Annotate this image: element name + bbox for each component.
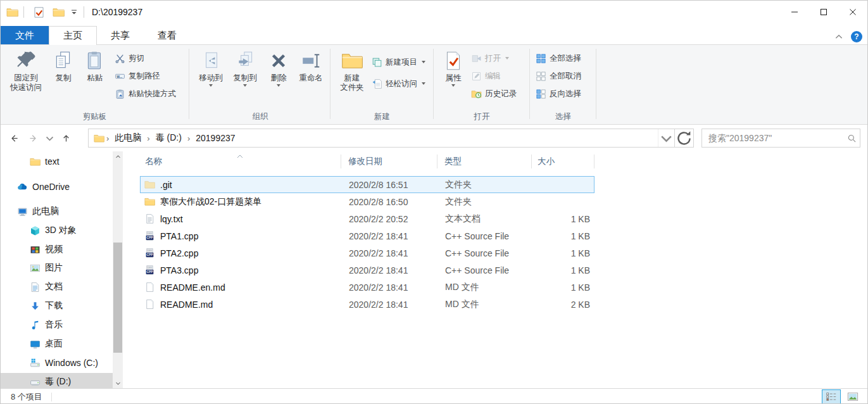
minimize-button[interactable] bbox=[780, 1, 809, 23]
edit-button[interactable]: 编辑 bbox=[471, 68, 517, 84]
up-icon[interactable] bbox=[56, 129, 75, 148]
open-group-label: 打开 bbox=[434, 111, 529, 122]
open-button[interactable]: 打开 bbox=[471, 50, 517, 66]
column-header-type[interactable]: 类型 bbox=[437, 151, 531, 172]
recent-locations-icon[interactable] bbox=[42, 129, 56, 148]
close-button[interactable] bbox=[838, 1, 867, 23]
sidebar-item-text[interactable]: text bbox=[1, 153, 113, 170]
new-item-button[interactable]: 新建项目 bbox=[372, 54, 425, 70]
quick-access-new-folder-icon[interactable] bbox=[53, 6, 65, 18]
breadcrumb-item[interactable]: 毒 (D:) bbox=[152, 132, 186, 144]
sidebar-item--[interactable]: 桌面 bbox=[1, 335, 113, 353]
delete-button[interactable]: 删除 bbox=[264, 47, 293, 87]
quick-access-customize-icon[interactable] bbox=[70, 8, 79, 16]
file-row[interactable]: README.en.md2020/2/2 18:41MD 文件1 KB bbox=[140, 279, 594, 296]
copy-icon bbox=[53, 50, 74, 72]
column-header-size[interactable]: 大小 bbox=[531, 151, 594, 172]
tab-file[interactable]: 文件 bbox=[1, 26, 49, 45]
doc-icon bbox=[30, 282, 41, 293]
file-row[interactable]: lqy.txt2020/2/2 20:52文本文档1 KB bbox=[140, 210, 594, 227]
back-icon[interactable] bbox=[4, 129, 23, 148]
sidebar-item-label: 图片 bbox=[45, 262, 63, 274]
file-size: 1 KB bbox=[532, 214, 595, 224]
new-folder-icon bbox=[341, 50, 363, 72]
sidebar-item--[interactable]: 视频 bbox=[1, 241, 113, 258]
pin-to-quick-access-button[interactable]: 固定到 快速访问 bbox=[6, 47, 46, 92]
copy-to-button[interactable]: 复制到 bbox=[229, 47, 261, 87]
sidebar-item--[interactable]: 音乐 bbox=[1, 316, 113, 334]
edit-label: 编辑 bbox=[485, 71, 501, 82]
scrollbar-thumb[interactable] bbox=[113, 243, 122, 353]
file-row[interactable]: .git2020/2/8 16:51文件夹 bbox=[140, 176, 594, 193]
search-icon[interactable] bbox=[843, 129, 860, 147]
sidebar-item-windows-c-[interactable]: Windows (C:) bbox=[1, 354, 113, 372]
breadcrumb-item[interactable]: 20199237 bbox=[192, 133, 239, 143]
sidebar-item-label: 视频 bbox=[45, 244, 63, 255]
search-input[interactable] bbox=[702, 133, 843, 143]
invert-selection-button[interactable]: 反向选择 bbox=[536, 85, 581, 102]
sidebar-item--[interactable]: 文档 bbox=[1, 278, 113, 296]
breadcrumb-item[interactable]: 此电脑 bbox=[111, 132, 145, 144]
maximize-button[interactable] bbox=[809, 1, 838, 23]
column-header-date[interactable]: 修改日期 bbox=[341, 151, 437, 172]
title-bar: D:\20199237 bbox=[1, 1, 867, 23]
sidebar-scrollbar[interactable] bbox=[113, 151, 123, 388]
sidebar-item--[interactable]: 下载 bbox=[1, 297, 113, 315]
sidebar-item-3d-[interactable]: 3D 对象 bbox=[1, 222, 113, 239]
refresh-icon[interactable] bbox=[674, 129, 693, 147]
copy-path-button[interactable]: W... 复制路径 bbox=[115, 68, 176, 84]
scroll-down-icon[interactable] bbox=[113, 378, 123, 388]
file-date: 2020/2/8 16:50 bbox=[341, 197, 437, 207]
new-group-label: 新建 bbox=[331, 111, 433, 122]
file-row[interactable]: DEVCPPPTA1.cpp2020/2/2 18:41C++ Source F… bbox=[140, 227, 594, 244]
quick-access-properties-icon[interactable] bbox=[33, 6, 45, 18]
details-view-button[interactable] bbox=[822, 389, 841, 404]
rename-button[interactable]: 重命名 bbox=[293, 47, 329, 83]
sidebar-item--d-[interactable]: 毒 (D:) bbox=[1, 373, 113, 388]
paste-label: 粘贴 bbox=[87, 73, 103, 83]
history-icon bbox=[471, 89, 482, 99]
file-type: C++ Source File bbox=[437, 265, 532, 275]
collapse-ribbon-icon[interactable] bbox=[834, 32, 843, 41]
invert-selection-icon bbox=[536, 89, 546, 99]
move-to-button[interactable]: 移动到 bbox=[194, 47, 227, 87]
file-row[interactable]: 寒假大作战02-口算题菜单2020/2/8 16:50文件夹 bbox=[140, 193, 594, 210]
file-type: 文件夹 bbox=[437, 179, 532, 191]
address-bar[interactable]: ›此电脑›毒 (D:)›20199237 bbox=[88, 129, 694, 148]
new-folder-button[interactable]: 新建 文件夹 bbox=[335, 47, 369, 92]
file-size: 1 KB bbox=[532, 282, 595, 293]
folder-icon bbox=[144, 196, 155, 207]
paste-button[interactable]: 粘贴 bbox=[80, 47, 110, 83]
copy-path-icon: W... bbox=[115, 71, 125, 82]
thumbnails-view-button[interactable] bbox=[843, 389, 862, 404]
cut-button[interactable]: 剪切 bbox=[115, 50, 176, 66]
properties-button[interactable]: 属性 bbox=[439, 47, 467, 87]
select-all-button[interactable]: 全部选择 bbox=[536, 50, 581, 66]
history-button[interactable]: 历史记录 bbox=[471, 85, 517, 102]
tab-share[interactable]: 共享 bbox=[97, 26, 144, 45]
properties-label: 属性 bbox=[446, 73, 462, 83]
paste-shortcut-button[interactable]: 粘贴快捷方式 bbox=[115, 85, 176, 102]
navigation-bar: ›此电脑›毒 (D:)›20199237 bbox=[1, 125, 867, 151]
easy-access-button[interactable]: 轻松访问 bbox=[372, 75, 425, 92]
file-row[interactable]: DEVCPPPTA3.cpp2020/2/2 18:41C++ Source F… bbox=[140, 262, 594, 279]
file-date: 2020/2/2 18:41 bbox=[341, 282, 437, 293]
file-row[interactable]: README.md2020/2/2 18:41MD 文件2 KB bbox=[140, 296, 594, 313]
tab-home[interactable]: 主页 bbox=[49, 26, 97, 45]
forward-icon[interactable] bbox=[23, 129, 42, 148]
help-icon[interactable]: ? bbox=[851, 31, 862, 42]
sidebar-item--[interactable]: 此电脑 bbox=[1, 203, 113, 220]
select-none-button[interactable]: 全部取消 bbox=[536, 68, 581, 84]
tab-view[interactable]: 查看 bbox=[144, 26, 191, 45]
move-to-icon bbox=[200, 50, 222, 72]
open-icon bbox=[471, 53, 482, 64]
address-dropdown-icon[interactable] bbox=[658, 129, 674, 147]
sidebar-item--[interactable]: 图片 bbox=[1, 259, 113, 277]
ribbon-group-organize: 移动到 复制到 删除 重命名 组织 bbox=[191, 45, 330, 124]
sidebar-item-onedrive[interactable]: OneDrive bbox=[1, 178, 113, 196]
cloud-icon bbox=[17, 182, 28, 193]
desktop-icon bbox=[30, 339, 41, 350]
scroll-up-icon[interactable] bbox=[113, 151, 123, 161]
copy-button[interactable]: 复制 bbox=[49, 47, 78, 83]
file-row[interactable]: DEVCPPPTA2.cpp2020/2/2 18:41C++ Source F… bbox=[140, 244, 594, 262]
